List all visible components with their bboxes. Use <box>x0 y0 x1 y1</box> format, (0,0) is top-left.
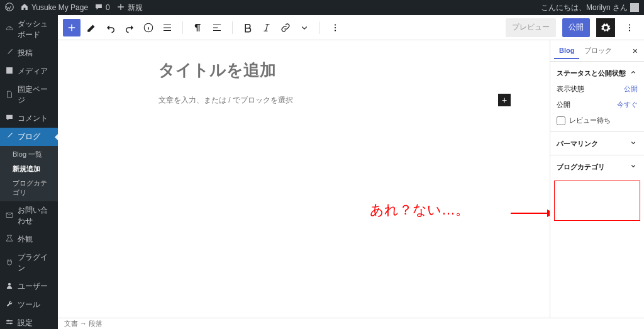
menu-blog[interactable]: ブログ <box>0 128 58 146</box>
menu-appearance[interactable]: 外観 <box>0 230 58 248</box>
svg-point-13 <box>629 24 630 25</box>
menu-media[interactable]: メディア <box>0 62 58 81</box>
block-more-button[interactable] <box>326 19 344 36</box>
menu-pages[interactable]: 固定ページ <box>0 81 58 109</box>
pending-review-checkbox[interactable] <box>557 116 565 125</box>
menu-contact-label: お問い合わせ <box>18 205 53 226</box>
menu-posts[interactable]: 投稿 <box>0 44 58 62</box>
toolbar-separator <box>319 21 320 34</box>
user-greeting: こんにちは、Morilyn さん <box>541 3 628 13</box>
menu-blog-label: ブログ <box>18 131 40 142</box>
toolbar-separator <box>232 21 233 34</box>
menu-settings-label: 設定 <box>18 318 33 328</box>
panel-status-section: ステータスと公開状態 表示状態 公開 公開 今すぐ レビュー待ち <box>550 62 644 132</box>
menu-appearance-label: 外観 <box>18 234 33 245</box>
menu-contact[interactable]: お問い合わせ <box>0 201 58 230</box>
menu-media-label: メディア <box>18 66 48 77</box>
menu-comments-label: コメント <box>18 113 48 124</box>
block-placeholder-text[interactable]: 文章を入力、または / でブロックを選択 <box>158 95 293 106</box>
svg-point-15 <box>629 30 630 31</box>
inline-add-block-button[interactable]: + <box>498 94 511 106</box>
menu-users-label: ユーザー <box>18 281 48 292</box>
menu-posts-label: 投稿 <box>18 48 33 59</box>
panel-status-toggle[interactable]: ステータスと公開状態 <box>557 68 638 78</box>
svg-point-10 <box>335 24 336 25</box>
submenu-blog-addnew[interactable]: 新規追加 <box>0 162 58 176</box>
panel-category-label: ブログカテゴリ <box>557 162 605 172</box>
svg-point-11 <box>335 26 336 28</box>
post-title-input[interactable]: タイトルを追加 <box>158 59 511 81</box>
tab-block[interactable]: ブロック <box>579 42 617 59</box>
menu-users[interactable]: ユーザー <box>0 277 58 296</box>
publish-date-value[interactable]: 今すぐ <box>617 100 638 109</box>
link-button[interactable] <box>277 19 294 36</box>
menu-dashboard-label: ダッシュボード <box>18 19 53 40</box>
submenu-blog-category[interactable]: ブログカテゴリ <box>0 176 58 200</box>
outline-button[interactable] <box>158 19 176 36</box>
editor-canvas[interactable]: タイトルを追加 文章を入力、または / でブロックを選択 + あれ？ない…。 <box>58 40 550 318</box>
info-button[interactable] <box>140 19 157 36</box>
preview-button[interactable]: プレビュー <box>506 18 556 37</box>
avatar <box>630 3 639 12</box>
submenu-blog-list[interactable]: Blog 一覧 <box>0 147 58 162</box>
menu-dashboard[interactable]: ダッシュボード <box>0 15 58 44</box>
svg-point-5 <box>8 320 9 322</box>
visibility-value[interactable]: 公開 <box>624 84 638 94</box>
svg-point-14 <box>629 26 630 28</box>
close-panel-button[interactable]: × <box>630 46 640 56</box>
menu-plugins-label: プラグイン <box>18 252 53 274</box>
site-home-link[interactable]: Yusuke My Page <box>20 3 88 13</box>
publish-button[interactable]: 公開 <box>562 18 590 37</box>
menu-settings[interactable]: 設定 <box>0 314 58 329</box>
admin-bar: Yusuke My Page 0 新規 こんにちは、Morilyn さん <box>0 0 644 15</box>
panel-permalink-label: パーマリンク <box>557 139 598 148</box>
panel-permalink-section: パーマリンク <box>550 132 644 155</box>
comments-count: 0 <box>106 3 110 12</box>
tab-post[interactable]: Blog <box>554 43 579 59</box>
chevron-down-icon <box>629 138 638 148</box>
visibility-label: 表示状態 <box>557 84 584 94</box>
menu-pages-label: 固定ページ <box>18 84 53 106</box>
user-greeting-link[interactable]: こんにちは、Morilyn さん <box>541 3 639 13</box>
pending-review-label: レビュー待ち <box>569 116 611 125</box>
settings-gear-button[interactable] <box>596 18 615 37</box>
panel-status-head-label: ステータスと公開状態 <box>557 69 626 78</box>
panel-permalink-toggle[interactable]: パーマリンク <box>557 138 638 148</box>
site-name: Yusuke My Page <box>31 3 88 12</box>
comments-link[interactable]: 0 <box>94 3 110 13</box>
footer-breadcrumb-text: 文書 → 段落 <box>64 319 103 328</box>
annotation-text: あれ？ない…。 <box>370 201 469 220</box>
new-content-link[interactable]: 新規 <box>116 3 143 13</box>
svg-marker-17 <box>547 209 550 217</box>
editor-footer-breadcrumb[interactable]: 文書 → 段落 <box>58 318 644 329</box>
menu-comments[interactable]: コメント <box>0 109 58 128</box>
settings-panel: Blog ブロック × ステータスと公開状態 表示状態 公開 公開 今すぐ <box>550 40 644 318</box>
chevron-down-icon <box>629 162 638 172</box>
redo-button[interactable] <box>121 19 138 36</box>
svg-point-6 <box>10 323 12 325</box>
italic-button[interactable] <box>258 19 275 36</box>
undo-button[interactable] <box>102 19 119 36</box>
wp-logo[interactable] <box>5 3 14 13</box>
edit-mode-button[interactable] <box>83 19 101 36</box>
add-block-button[interactable] <box>63 19 80 36</box>
bold-button[interactable] <box>239 19 257 36</box>
toolbar-separator <box>182 21 183 34</box>
paragraph-icon[interactable] <box>189 19 207 36</box>
panel-category-toggle[interactable]: ブログカテゴリ <box>557 162 638 172</box>
svg-point-12 <box>335 30 336 31</box>
format-more-button[interactable] <box>296 19 313 36</box>
preview-label: プレビュー <box>512 22 550 33</box>
svg-point-2 <box>8 283 11 286</box>
panel-category-section: ブログカテゴリ <box>550 155 644 178</box>
menu-tools-label: ツール <box>18 299 40 310</box>
align-button[interactable] <box>208 19 226 36</box>
publish-label: 公開 <box>569 22 584 33</box>
editor-main: プレビュー 公開 タイトルを追加 文章を入力、または / でブロックを選択 + … <box>58 15 644 329</box>
new-content-label: 新規 <box>128 3 143 13</box>
editor-more-button[interactable] <box>620 18 639 37</box>
chevron-up-icon <box>629 68 638 78</box>
menu-plugins[interactable]: プラグイン <box>0 248 58 277</box>
menu-tools[interactable]: ツール <box>0 296 58 314</box>
editor-top-toolbar: プレビュー 公開 <box>58 15 644 40</box>
